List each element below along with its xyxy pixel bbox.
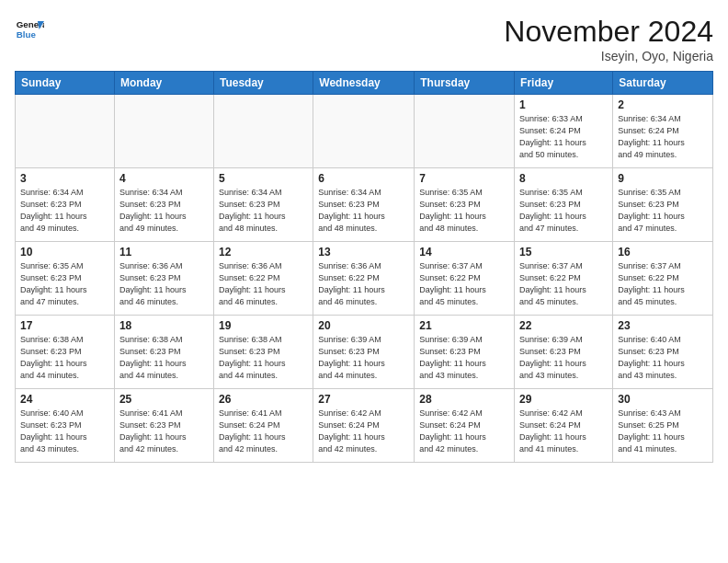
calendar-cell: 12Sunrise: 6:36 AM Sunset: 6:22 PM Dayli… <box>213 242 313 316</box>
calendar-cell: 1Sunrise: 6:33 AM Sunset: 6:24 PM Daylig… <box>515 95 613 168</box>
day-info: Sunrise: 6:36 AM Sunset: 6:22 PM Dayligh… <box>318 260 409 308</box>
day-number: 15 <box>519 246 608 259</box>
day-info: Sunrise: 6:41 AM Sunset: 6:23 PM Dayligh… <box>119 408 209 455</box>
day-number: 7 <box>419 172 509 185</box>
day-info: Sunrise: 6:34 AM Sunset: 6:23 PM Dayligh… <box>219 187 308 235</box>
calendar-cell: 17Sunrise: 6:38 AM Sunset: 6:23 PM Dayli… <box>16 316 115 389</box>
day-info: Sunrise: 6:37 AM Sunset: 6:22 PM Dayligh… <box>618 260 708 308</box>
calendar-cell: 6Sunrise: 6:34 AM Sunset: 6:23 PM Daylig… <box>313 168 415 242</box>
calendar-cell: 18Sunrise: 6:38 AM Sunset: 6:23 PM Dayli… <box>114 316 213 389</box>
col-sunday: Sunday <box>16 72 115 95</box>
day-info: Sunrise: 6:33 AM Sunset: 6:24 PM Dayligh… <box>519 113 608 161</box>
day-info: Sunrise: 6:35 AM Sunset: 6:23 PM Dayligh… <box>519 187 608 235</box>
week-row-5: 24Sunrise: 6:40 AM Sunset: 6:23 PM Dayli… <box>16 389 713 463</box>
week-row-1: 1Sunrise: 6:33 AM Sunset: 6:24 PM Daylig… <box>16 95 713 168</box>
day-number: 19 <box>219 319 308 332</box>
header: General Blue November 2024 Iseyin, Oyo, … <box>15 15 713 63</box>
calendar-cell: 28Sunrise: 6:42 AM Sunset: 6:24 PM Dayli… <box>415 389 515 463</box>
calendar: Sunday Monday Tuesday Wednesday Thursday… <box>15 71 713 463</box>
day-info: Sunrise: 6:42 AM Sunset: 6:24 PM Dayligh… <box>519 408 608 455</box>
col-friday: Friday <box>515 72 613 95</box>
calendar-cell: 21Sunrise: 6:39 AM Sunset: 6:23 PM Dayli… <box>415 316 515 389</box>
day-info: Sunrise: 6:42 AM Sunset: 6:24 PM Dayligh… <box>318 408 409 455</box>
calendar-cell: 2Sunrise: 6:34 AM Sunset: 6:24 PM Daylig… <box>613 95 713 168</box>
location: Iseyin, Oyo, Nigeria <box>504 49 713 63</box>
day-info: Sunrise: 6:34 AM Sunset: 6:23 PM Dayligh… <box>318 187 409 235</box>
calendar-cell: 11Sunrise: 6:36 AM Sunset: 6:23 PM Dayli… <box>114 242 213 316</box>
day-number: 26 <box>219 393 308 406</box>
day-info: Sunrise: 6:36 AM Sunset: 6:22 PM Dayligh… <box>219 260 308 308</box>
day-info: Sunrise: 6:35 AM Sunset: 6:23 PM Dayligh… <box>419 187 509 235</box>
calendar-cell <box>16 95 115 168</box>
day-info: Sunrise: 6:39 AM Sunset: 6:23 PM Dayligh… <box>519 334 608 382</box>
calendar-cell: 27Sunrise: 6:42 AM Sunset: 6:24 PM Dayli… <box>313 389 415 463</box>
day-number: 1 <box>519 98 608 111</box>
day-info: Sunrise: 6:38 AM Sunset: 6:23 PM Dayligh… <box>219 334 308 382</box>
calendar-cell: 19Sunrise: 6:38 AM Sunset: 6:23 PM Dayli… <box>213 316 313 389</box>
calendar-cell <box>313 95 415 168</box>
calendar-cell: 3Sunrise: 6:34 AM Sunset: 6:23 PM Daylig… <box>16 168 115 242</box>
col-thursday: Thursday <box>415 72 515 95</box>
calendar-cell: 26Sunrise: 6:41 AM Sunset: 6:24 PM Dayli… <box>213 389 313 463</box>
day-number: 27 <box>318 393 409 406</box>
day-number: 29 <box>519 393 608 406</box>
calendar-cell: 16Sunrise: 6:37 AM Sunset: 6:22 PM Dayli… <box>613 242 713 316</box>
week-row-2: 3Sunrise: 6:34 AM Sunset: 6:23 PM Daylig… <box>16 168 713 242</box>
day-info: Sunrise: 6:36 AM Sunset: 6:23 PM Dayligh… <box>119 260 209 308</box>
col-wednesday: Wednesday <box>313 72 415 95</box>
day-info: Sunrise: 6:43 AM Sunset: 6:25 PM Dayligh… <box>618 408 708 455</box>
calendar-cell <box>114 95 213 168</box>
day-number: 17 <box>20 319 109 332</box>
day-number: 22 <box>519 319 608 332</box>
calendar-cell: 9Sunrise: 6:35 AM Sunset: 6:23 PM Daylig… <box>613 168 713 242</box>
day-number: 3 <box>20 172 109 185</box>
day-number: 30 <box>618 393 708 406</box>
day-number: 9 <box>618 172 708 185</box>
day-number: 14 <box>419 246 509 259</box>
month-title: November 2024 <box>504 15 713 49</box>
day-info: Sunrise: 6:37 AM Sunset: 6:22 PM Dayligh… <box>519 260 608 308</box>
day-number: 11 <box>119 246 209 259</box>
calendar-cell: 22Sunrise: 6:39 AM Sunset: 6:23 PM Dayli… <box>515 316 613 389</box>
day-number: 5 <box>219 172 308 185</box>
svg-text:Blue: Blue <box>17 29 37 40</box>
logo: General Blue <box>15 15 44 44</box>
day-info: Sunrise: 6:35 AM Sunset: 6:23 PM Dayligh… <box>20 260 109 308</box>
day-number: 18 <box>119 319 209 332</box>
col-tuesday: Tuesday <box>213 72 313 95</box>
day-number: 25 <box>119 393 209 406</box>
day-info: Sunrise: 6:37 AM Sunset: 6:22 PM Dayligh… <box>419 260 509 308</box>
calendar-cell: 30Sunrise: 6:43 AM Sunset: 6:25 PM Dayli… <box>613 389 713 463</box>
week-row-4: 17Sunrise: 6:38 AM Sunset: 6:23 PM Dayli… <box>16 316 713 389</box>
calendar-cell: 5Sunrise: 6:34 AM Sunset: 6:23 PM Daylig… <box>213 168 313 242</box>
day-number: 6 <box>318 172 409 185</box>
week-row-3: 10Sunrise: 6:35 AM Sunset: 6:23 PM Dayli… <box>16 242 713 316</box>
calendar-cell: 8Sunrise: 6:35 AM Sunset: 6:23 PM Daylig… <box>515 168 613 242</box>
col-monday: Monday <box>114 72 213 95</box>
day-number: 2 <box>618 98 708 111</box>
day-number: 10 <box>20 246 109 259</box>
logo-icon: General Blue <box>15 15 44 44</box>
day-info: Sunrise: 6:41 AM Sunset: 6:24 PM Dayligh… <box>219 408 308 455</box>
day-info: Sunrise: 6:34 AM Sunset: 6:23 PM Dayligh… <box>119 187 209 235</box>
day-number: 20 <box>318 319 409 332</box>
day-number: 28 <box>419 393 509 406</box>
calendar-cell: 15Sunrise: 6:37 AM Sunset: 6:22 PM Dayli… <box>515 242 613 316</box>
day-number: 21 <box>419 319 509 332</box>
title-block: November 2024 Iseyin, Oyo, Nigeria <box>504 15 713 63</box>
day-info: Sunrise: 6:40 AM Sunset: 6:23 PM Dayligh… <box>618 334 708 382</box>
calendar-cell: 24Sunrise: 6:40 AM Sunset: 6:23 PM Dayli… <box>16 389 115 463</box>
day-number: 13 <box>318 246 409 259</box>
day-number: 8 <box>519 172 608 185</box>
calendar-cell: 20Sunrise: 6:39 AM Sunset: 6:23 PM Dayli… <box>313 316 415 389</box>
calendar-cell <box>415 95 515 168</box>
calendar-header-row: Sunday Monday Tuesday Wednesday Thursday… <box>16 72 713 95</box>
day-info: Sunrise: 6:38 AM Sunset: 6:23 PM Dayligh… <box>119 334 209 382</box>
day-info: Sunrise: 6:40 AM Sunset: 6:23 PM Dayligh… <box>20 408 109 455</box>
calendar-cell: 4Sunrise: 6:34 AM Sunset: 6:23 PM Daylig… <box>114 168 213 242</box>
page: General Blue November 2024 Iseyin, Oyo, … <box>0 0 728 563</box>
day-info: Sunrise: 6:34 AM Sunset: 6:23 PM Dayligh… <box>20 187 109 235</box>
day-number: 24 <box>20 393 109 406</box>
calendar-cell: 13Sunrise: 6:36 AM Sunset: 6:22 PM Dayli… <box>313 242 415 316</box>
day-info: Sunrise: 6:38 AM Sunset: 6:23 PM Dayligh… <box>20 334 109 382</box>
